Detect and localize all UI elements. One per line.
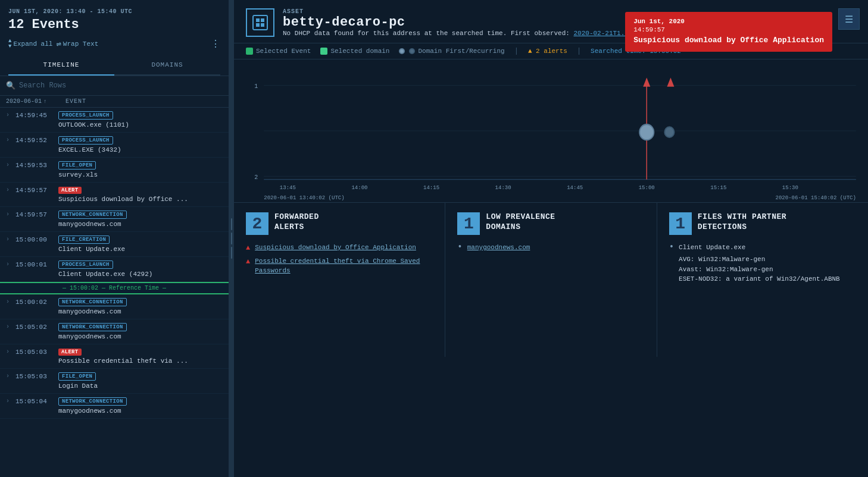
svg-text:2: 2 <box>254 173 258 180</box>
events-list: › 14:59:45 PROCESS_LAUNCH OUTLOOK.exe (1… <box>0 108 229 477</box>
table-row[interactable]: › 14:59:45 PROCESS_LAUNCH OUTLOOK.exe (1… <box>0 108 229 133</box>
alert-triangle-icon: ▲ <box>246 244 250 252</box>
svg-point-27 <box>664 127 674 137</box>
legend-selected-event-label: Selected Event <box>256 48 311 55</box>
table-row[interactable]: › 14:59:53 FILE_OPEN survey.xls <box>0 158 229 183</box>
alerts-badge: ▲ 2 alerts <box>528 48 567 55</box>
bullet-dot-icon: • <box>669 242 674 252</box>
table-row[interactable]: › 15:05:03 ALERT Possible credential the… <box>0 344 229 369</box>
svg-rect-3 <box>256 23 260 27</box>
stat-title-alerts: FORWARDEDALERTS <box>274 212 319 233</box>
table-row[interactable]: › 14:59:52 PROCESS_LAUNCH EXCEL.EXE (343… <box>0 133 229 158</box>
alert-tooltip: Jun 1st, 2020 14:59:57 Suspicious downlo… <box>625 12 832 52</box>
event-desc: manygoodnews.com <box>58 308 121 315</box>
badge-alert: ALERT <box>58 187 82 194</box>
tab-domains[interactable]: DOMAINS <box>114 55 220 76</box>
event-content: PROCESS_LAUNCH OUTLOOK.exe (1101) <box>58 111 225 129</box>
date-range: JUN 1ST, 2020: 13:40 - 15:40 UTC <box>8 8 220 15</box>
event-time: 15:05:04 <box>15 398 56 405</box>
events-count: 12 Events <box>8 17 220 32</box>
event-content: FILE_CREATION Client Update.exe <box>58 235 225 253</box>
chevron-right-icon: › <box>6 162 13 168</box>
file-name: Client Update.exe <box>679 243 840 252</box>
selected-domain-indicator <box>320 48 327 55</box>
svg-rect-2 <box>261 18 264 22</box>
tooltip-message: Suspicious download by Office Applicatio… <box>633 36 824 46</box>
alert-link-1[interactable]: Suspicious download by Office Applicatio… <box>255 243 416 252</box>
badge-process-launch: PROCESS_LAUNCH <box>58 136 113 145</box>
badge-file-open: FILE_OPEN <box>58 161 96 170</box>
event-desc: OUTLOOK.exe (1101) <box>58 121 129 128</box>
search-input[interactable] <box>19 81 223 90</box>
selected-event-indicator <box>246 48 253 55</box>
legend-domain-first-label: Domain First/Recurring <box>418 48 504 55</box>
badge-file-creation: FILE_CREATION <box>58 236 110 244</box>
chevron-right-icon: › <box>6 187 13 193</box>
table-row[interactable]: › 15:05:02 NETWORK_CONNECTION manygoodne… <box>0 319 229 344</box>
svg-text:14:45: 14:45 <box>567 184 583 191</box>
event-desc: Client Update.exe (4292) <box>58 271 152 278</box>
badge-network-connection: NETWORK_CONNECTION <box>58 397 127 406</box>
table-row[interactable]: › 15:05:03 FILE_OPEN Login Data <box>0 369 229 394</box>
event-desc: Login Data <box>58 382 98 390</box>
event-time: 14:59:57 <box>15 211 56 218</box>
svg-text:14:00: 14:00 <box>351 184 367 191</box>
table-row[interactable]: › 15:00:02 NETWORK_CONNECTION manygoodne… <box>0 294 229 319</box>
legend-selected-event: Selected Event <box>246 48 311 55</box>
event-time: 14:59:57 <box>15 187 56 194</box>
stat-number-files: 1 <box>669 212 692 235</box>
wrap-text-label: Wrap Text <box>63 40 98 48</box>
svg-text:15:00: 15:00 <box>639 184 655 191</box>
file-detections: AVG: Win32:Malware-gen Avast: Win32:Malw… <box>679 255 840 284</box>
badge-process-launch: PROCESS_LAUNCH <box>58 261 113 269</box>
bullet-dot-icon: • <box>457 242 462 252</box>
event-desc: Possible credential theft via ... <box>58 357 188 365</box>
more-options-button[interactable]: ⋮ <box>211 38 220 49</box>
expand-all-button[interactable]: ▲▼ Expand all <box>8 39 52 49</box>
event-desc: manygoodnews.com <box>58 221 121 228</box>
event-content: ALERT Suspicious download by Office ... <box>58 186 225 203</box>
col-event-header: EVENT <box>65 98 86 105</box>
right-panel: Jun 1st, 2020 14:59:57 Suspicious downlo… <box>234 0 868 477</box>
table-row[interactable]: › 15:00:01 PROCESS_LAUNCH Client Update.… <box>0 257 229 282</box>
svg-text:2020-06-01 15:40:02 (UTC): 2020-06-01 15:40:02 (UTC) <box>775 194 855 200</box>
left-header: JUN 1ST, 2020: 13:40 - 15:40 UTC 12 Even… <box>0 0 229 76</box>
legend-selected-domain-label: Selected domain <box>330 48 389 55</box>
event-time: 14:59:53 <box>15 162 56 169</box>
event-content: NETWORK_CONNECTION manygoodnews.com <box>58 297 225 316</box>
toolbar-row: ▲▼ Expand all ⇌ Wrap Text ⋮ <box>8 38 220 55</box>
stat-item: • manygoodnews.com <box>457 243 644 252</box>
file-detection-info: Client Update.exe AVG: Win32:Malware-gen… <box>679 243 840 284</box>
badge-network-connection: NETWORK_CONNECTION <box>58 323 127 331</box>
legend-separator-2: | <box>577 47 581 55</box>
reference-time-row: — 15:00:02 — Reference Time — <box>0 282 229 294</box>
svg-rect-1 <box>256 18 260 22</box>
alert-link-2[interactable]: Possible credential theft via Chrome Sav… <box>255 257 433 275</box>
event-content: FILE_OPEN survey.xls <box>58 161 225 179</box>
svg-rect-4 <box>261 23 264 27</box>
legend-separator: | <box>514 47 519 55</box>
table-row[interactable]: › 15:00:00 FILE_CREATION Client Update.e… <box>0 232 229 257</box>
event-content: ALERT Possible credential theft via ... <box>58 347 225 365</box>
filter-button[interactable]: ☰ <box>838 8 860 30</box>
left-panel: JUN 1ST, 2020: 13:40 - 15:40 UTC 12 Even… <box>0 0 229 477</box>
panel-divider[interactable] <box>229 0 234 477</box>
domain-link-1[interactable]: manygoodnews.com <box>467 243 530 252</box>
table-row[interactable]: › 14:59:57 ALERT Suspicious download by … <box>0 183 229 207</box>
dhcp-first-observed-link[interactable]: 2020-02-21T1... <box>574 30 633 37</box>
tab-timeline[interactable]: TIMELINE <box>8 55 114 76</box>
wrap-text-button[interactable]: ⇌ Wrap Text <box>56 39 98 49</box>
stat-item: • Client Update.exe AVG: Win32:Malware-g… <box>669 243 856 284</box>
stat-item: ▲ Suspicious download by Office Applicat… <box>246 243 433 252</box>
dhcp-notice-text: No DHCP data found for this address at t… <box>283 30 507 37</box>
table-row[interactable]: › 14:59:57 NETWORK_CONNECTION manygoodne… <box>0 207 229 232</box>
svg-rect-0 <box>253 15 267 30</box>
stat-card-header: 1 LOW PREVALENCEDOMAINS <box>457 212 644 235</box>
tooltip-date: Jun 1st, 2020 <box>633 18 824 25</box>
table-row[interactable]: › 15:05:04 NETWORK_CONNECTION manygoodne… <box>0 394 229 419</box>
wrap-text-icon: ⇌ <box>56 39 61 49</box>
event-time: 14:59:52 <box>15 137 56 144</box>
chevron-right-icon: › <box>6 112 13 118</box>
domain-recurring-indicator <box>409 48 415 54</box>
stat-card-header: 2 FORWARDEDALERTS <box>246 212 433 235</box>
